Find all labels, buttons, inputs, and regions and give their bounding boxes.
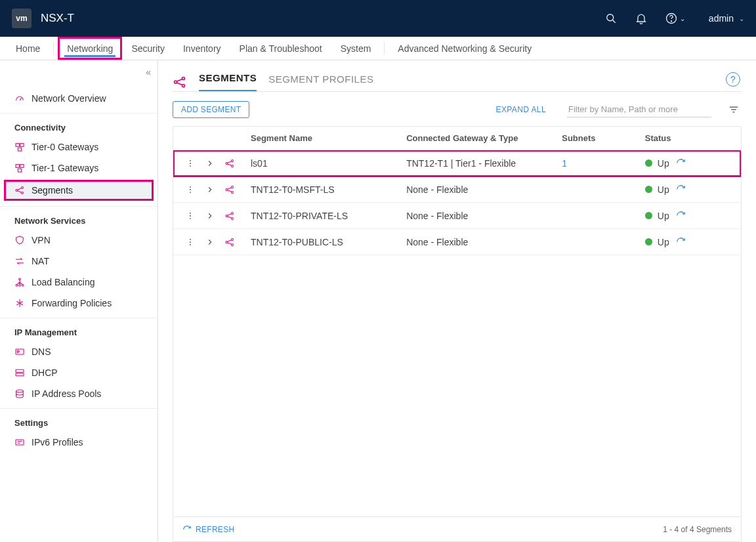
refresh-button[interactable]: REFRESH (182, 525, 234, 534)
segment-name: TNT12-T0-MSFT-LS (245, 178, 401, 201)
ip-pools-icon (14, 388, 25, 399)
col-subnets[interactable]: Subnets (556, 127, 640, 150)
sidebar-item-label: IPv6 Profiles (32, 437, 83, 448)
refresh-status-icon[interactable] (675, 209, 688, 222)
chevron-down-icon: ⌄ (680, 15, 685, 22)
subnets[interactable]: 1 (556, 152, 640, 175)
svg-point-14 (16, 284, 18, 286)
expand-row-icon[interactable] (203, 157, 217, 170)
svg-point-13 (19, 278, 21, 280)
sidebar-heading-connectivity: Connectivity (0, 117, 158, 136)
gateway-icon (14, 142, 25, 152)
svg-point-38 (232, 186, 234, 188)
svg-rect-8 (20, 165, 24, 168)
sidebar-tier1-gateways[interactable]: Tier-1 Gateways (0, 157, 158, 178)
row-menu-icon[interactable] (184, 157, 197, 170)
sidebar-ipv6-profiles[interactable]: IPv6 Profiles (0, 432, 158, 453)
nav-home[interactable]: Home (7, 37, 49, 60)
sidebar-dhcp[interactable]: DHCP (0, 362, 158, 383)
search-icon[interactable] (604, 12, 618, 25)
user-menu[interactable]: admin ⌄ (702, 13, 744, 24)
nav-system[interactable]: System (331, 37, 381, 60)
filter-input[interactable] (567, 102, 711, 117)
svg-point-34 (190, 186, 191, 187)
toolbar: ADD SEGMENT EXPAND ALL (173, 92, 742, 126)
refresh-status-icon[interactable] (675, 157, 688, 170)
svg-rect-18 (16, 369, 24, 372)
svg-point-20 (16, 390, 24, 392)
svg-point-43 (226, 215, 228, 217)
nav-networking[interactable]: Networking (58, 37, 122, 60)
table-row: TNT12-T0-MSFT-LS None - Flexible Up (173, 177, 741, 203)
nav-advanced[interactable]: Advanced Networking & Security (388, 37, 541, 60)
svg-rect-19 (16, 373, 24, 376)
sidebar-tier0-gateways[interactable]: Tier-0 Gateways (0, 136, 158, 157)
expand-row-icon[interactable] (203, 236, 217, 249)
tabs: SEGMENTS SEGMENT PROFILES ? (173, 72, 742, 92)
sidebar-segments[interactable]: Segments (4, 180, 154, 201)
tab-segments[interactable]: SEGMENTS (199, 72, 257, 92)
svg-point-36 (190, 192, 191, 193)
col-connected-gateway[interactable]: Connected Gateway & Type (401, 127, 556, 150)
page-help-icon[interactable]: ? (726, 72, 740, 87)
svg-point-29 (190, 163, 191, 164)
svg-point-15 (19, 284, 21, 286)
row-menu-icon[interactable] (184, 183, 197, 196)
collapse-sidebar-icon[interactable]: « (146, 67, 151, 77)
dns-icon (14, 346, 25, 357)
svg-point-3 (671, 21, 671, 22)
sidebar-dns[interactable]: DNS (0, 341, 158, 362)
bell-icon[interactable] (635, 12, 648, 25)
vmware-logo: vm (12, 9, 32, 28)
svg-point-32 (232, 159, 234, 161)
sidebar-vpn[interactable]: VPN (0, 230, 158, 251)
svg-point-24 (182, 84, 184, 87)
refresh-status-icon[interactable] (675, 236, 688, 249)
svg-point-31 (226, 162, 228, 164)
connected-gateway: None - Flexible (401, 204, 556, 228)
table-row: TNT12-T0-PUBLIC-LS None - Flexible Up (173, 229, 741, 255)
svg-rect-4 (16, 144, 19, 147)
segments-icon (223, 183, 236, 196)
connected-gateway: None - Flexible (401, 230, 556, 254)
sidebar-nat[interactable]: NAT (0, 251, 158, 272)
svg-point-47 (190, 241, 191, 243)
segments-table: Segment Name Connected Gateway & Type Su… (173, 126, 742, 517)
table-row: ls01 TNT12-T1 | Tier1 - Flexible 1 Up (173, 150, 741, 177)
row-menu-icon[interactable] (184, 209, 197, 222)
expand-row-icon[interactable] (203, 183, 217, 196)
svg-point-12 (22, 192, 24, 194)
nav-inventory[interactable]: Inventory (174, 37, 230, 60)
add-segment-button[interactable]: ADD SEGMENT (173, 101, 249, 118)
help-dropdown[interactable]: ⌄ (665, 12, 685, 25)
chevron-down-icon: ⌄ (739, 15, 744, 22)
sidebar-ip-address-pools[interactable]: IP Address Pools (0, 383, 158, 404)
segment-name: TNT12-T0-PUBLIC-LS (245, 230, 401, 254)
filter-options-icon[interactable] (726, 102, 742, 117)
nat-icon (14, 256, 25, 266)
sidebar-load-balancing[interactable]: Load Balancing (0, 272, 158, 293)
col-status[interactable]: Status (640, 127, 741, 150)
sidebar-network-overview[interactable]: Network Overview (0, 88, 158, 109)
nav-plan-troubleshoot[interactable]: Plan & Troubleshoot (230, 37, 331, 60)
svg-point-50 (232, 238, 234, 240)
gateway-icon (14, 163, 25, 173)
row-count: 1 - 4 of 4 Segments (663, 525, 732, 534)
status-dot-icon (645, 238, 652, 245)
tab-segment-profiles[interactable]: SEGMENT PROFILES (268, 73, 373, 91)
col-segment-name[interactable]: Segment Name (245, 127, 401, 150)
refresh-status-icon[interactable] (675, 183, 688, 196)
connected-gateway: TNT12-T1 | Tier1 - Flexible (401, 152, 556, 175)
load-balancing-icon (14, 277, 25, 287)
sidebar-forwarding-policies[interactable]: Forwarding Policies (0, 293, 158, 314)
sidebar-item-label: Load Balancing (32, 277, 95, 287)
svg-point-44 (232, 212, 234, 214)
svg-point-11 (22, 187, 24, 189)
help-icon (665, 12, 678, 25)
expand-row-icon[interactable] (203, 209, 217, 222)
expand-all-button[interactable]: EXPAND ALL (496, 105, 546, 114)
segments-icon (223, 236, 236, 249)
nav-security[interactable]: Security (122, 37, 174, 60)
sidebar-item-label: DHCP (32, 367, 58, 378)
row-menu-icon[interactable] (184, 236, 197, 249)
